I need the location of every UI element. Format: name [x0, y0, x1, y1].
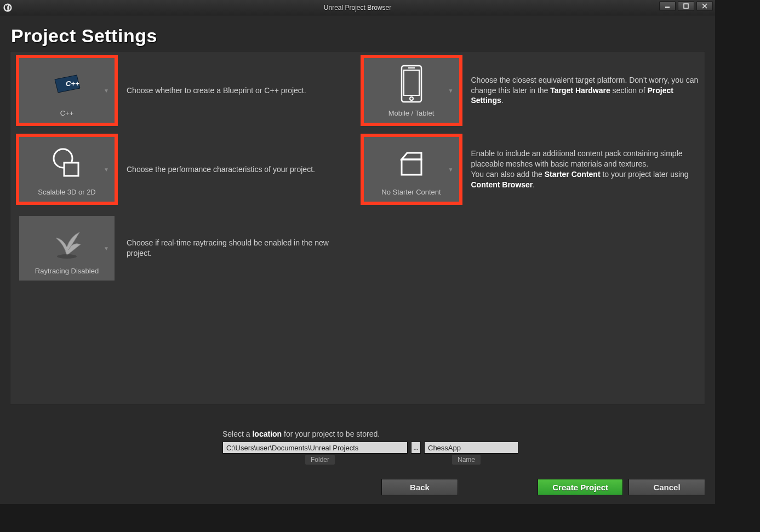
- target-platform-dropdown[interactable]: Mobile / Tablet ▼: [364, 58, 459, 123]
- svg-rect-7: [404, 70, 419, 95]
- maximize-button[interactable]: [678, 1, 694, 11]
- mobile-icon: [364, 58, 459, 109]
- starter-content-desc: Enable to include an additional content …: [471, 148, 700, 190]
- svg-rect-11: [64, 163, 78, 176]
- project-name-input[interactable]: [424, 442, 518, 454]
- svg-point-14: [57, 254, 77, 259]
- cpp-icon: C++: [19, 58, 115, 109]
- folder-input[interactable]: [222, 442, 408, 454]
- quality-preset-desc: Choose the performance characteristics o…: [127, 164, 315, 175]
- page-header: Project Settings: [0, 15, 715, 51]
- browse-folder-button[interactable]: ...: [411, 442, 421, 454]
- project-type-dropdown[interactable]: C++ C++ ▼: [19, 58, 115, 123]
- svg-text:C++: C++: [66, 79, 79, 88]
- project-type-label: C++: [60, 109, 74, 123]
- svg-point-8: [410, 97, 413, 100]
- page-title: Project Settings: [11, 25, 704, 47]
- raytracing-label: Raytracing Disabled: [35, 267, 99, 281]
- close-button[interactable]: [696, 1, 713, 11]
- settings-panel: C++ C++ ▼ Choose whether to create a Blu…: [10, 51, 705, 404]
- svg-marker-13: [402, 153, 421, 159]
- project-type-desc: Choose whether to create a Blueprint or …: [127, 85, 306, 96]
- target-platform-desc: Choose the closest equivalent target pla…: [471, 75, 700, 106]
- starter-content-dropdown[interactable]: No Starter Content ▼: [364, 137, 459, 202]
- chevron-down-icon: ▼: [104, 245, 109, 251]
- location-prompt: Select a location for your project to be…: [222, 430, 705, 438]
- box-open-icon: [364, 137, 459, 188]
- titlebar: Unreal Project Browser: [0, 0, 715, 15]
- plant-icon: [19, 216, 115, 267]
- starter-content-label: No Starter Content: [381, 188, 441, 202]
- raytracing-dropdown[interactable]: Raytracing Disabled ▼: [19, 216, 115, 281]
- target-platform-label: Mobile / Tablet: [388, 109, 435, 123]
- scalable-icon: [19, 137, 115, 188]
- quality-preset-dropdown[interactable]: Scalable 3D or 2D ▼: [19, 137, 115, 202]
- svg-rect-0: [665, 7, 670, 8]
- cancel-button[interactable]: Cancel: [628, 479, 705, 495]
- chevron-down-icon: ▼: [448, 88, 454, 94]
- svg-rect-1: [684, 4, 688, 8]
- create-project-button[interactable]: Create Project: [538, 479, 623, 495]
- chevron-down-icon: ▼: [104, 88, 109, 94]
- folder-label: Folder: [305, 455, 335, 465]
- svg-marker-12: [402, 159, 421, 175]
- quality-preset-label: Scalable 3D or 2D: [38, 188, 96, 202]
- name-label: Name: [452, 455, 481, 465]
- window-title: Unreal Project Browser: [324, 4, 391, 12]
- chevron-down-icon: ▼: [448, 167, 454, 173]
- raytracing-desc: Choose if real-time raytracing should be…: [127, 238, 355, 259]
- back-button[interactable]: Back: [381, 479, 458, 495]
- chevron-down-icon: ▼: [104, 167, 109, 173]
- unreal-logo-icon: [0, 0, 15, 15]
- minimize-button[interactable]: [659, 1, 676, 11]
